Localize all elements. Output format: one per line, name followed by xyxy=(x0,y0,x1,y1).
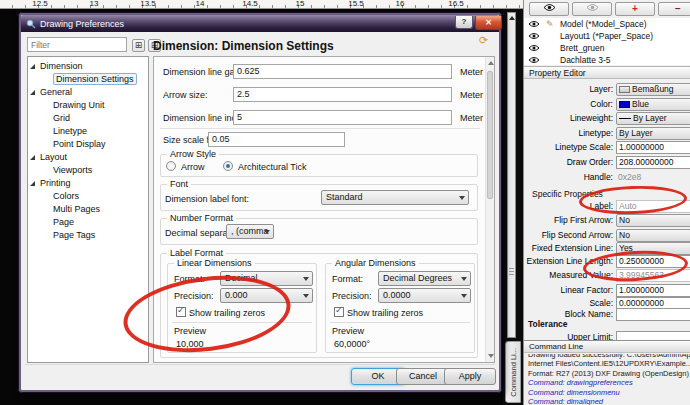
size-scale-factor-input[interactable]: 0.05 xyxy=(208,132,345,147)
eye-icon[interactable] xyxy=(528,20,540,31)
filter-input[interactable] xyxy=(27,37,127,52)
chevron-down-icon xyxy=(461,277,467,281)
tree-expander-icon[interactable] xyxy=(30,64,35,69)
flip-second-arrow-select[interactable]: No xyxy=(616,229,690,242)
tree-item-page-tags[interactable]: Page Tags xyxy=(28,229,148,242)
property-label: Draw Order: xyxy=(524,156,613,169)
group-title: Number Format xyxy=(167,213,236,224)
layer-row[interactable]: Brett_gruen xyxy=(524,43,690,54)
tree-item-point-display[interactable]: Point Display xyxy=(28,138,148,151)
tree-item-printing[interactable]: Printing xyxy=(28,177,148,190)
arrow-radio[interactable] xyxy=(166,161,176,171)
preferences-tree: Dimension Dimension Settings General Dra… xyxy=(27,56,149,363)
decimal-separator-select[interactable]: , (comma xyxy=(226,224,274,239)
chevron-down-icon xyxy=(264,230,270,234)
draw-order-field[interactable]: 208.00000000 xyxy=(616,156,690,169)
dimension-line-gap-input[interactable]: 0.625 xyxy=(233,64,452,79)
dialog-title: Drawing Preferences xyxy=(40,19,124,29)
tree-item-drawing-unit[interactable]: Drawing Unit xyxy=(28,99,148,112)
dimension-line-increment-input[interactable]: 5 xyxy=(233,110,452,125)
linear-trailing-zeros-checkbox[interactable]: ✓ xyxy=(176,307,186,317)
tree-item-viewports[interactable]: Viewports xyxy=(28,164,148,177)
arrow-size-input[interactable]: 2.5 xyxy=(233,87,452,102)
help-button[interactable]: ? xyxy=(455,16,473,29)
extension-line-length-field[interactable]: 0.25000000 xyxy=(616,255,690,268)
scrollbar-thumb[interactable] xyxy=(487,71,493,199)
settings-scrollbar[interactable] xyxy=(485,57,494,362)
tree-expander-icon[interactable] xyxy=(30,90,35,95)
angular-precision-select[interactable]: 0.0000 xyxy=(378,288,471,303)
scroll-up-icon[interactable] xyxy=(509,16,515,20)
tree-item-multi-pages[interactable]: Multi Pages xyxy=(28,203,148,216)
add-layer-button[interactable]: + xyxy=(615,2,655,16)
tree-item-dimension-settings[interactable]: Dimension Settings xyxy=(28,73,148,86)
eye-icon[interactable] xyxy=(528,44,540,55)
ruler-tick-label: 14.5 xyxy=(242,0,258,8)
lineweight-select[interactable]: By Layer xyxy=(616,112,690,125)
property-label: Flip First Arrow: xyxy=(524,214,613,227)
tolerance-title: Tolerance xyxy=(528,319,568,329)
tree-item-linetype[interactable]: Linetype xyxy=(28,125,148,138)
linear-preview-value: 10,000 xyxy=(176,339,204,350)
linetype-select[interactable]: By Layer xyxy=(616,127,690,140)
tree-expander-icon[interactable] xyxy=(30,181,35,186)
tree-item-colors[interactable]: Colors xyxy=(28,190,148,203)
block-name-field[interactable] xyxy=(616,308,690,321)
apply-button[interactable]: Apply xyxy=(444,368,496,385)
field-label: Format: xyxy=(174,274,205,285)
page-title: Dimension: Dimension Settings xyxy=(153,39,334,53)
command-line-history[interactable]: Drawing loaded successfully: C:\Users\Ad… xyxy=(524,354,690,405)
property-row: Linetype: By Layer xyxy=(524,127,690,141)
dialog-titlebar[interactable]: Drawing Preferences ? ✕ xyxy=(21,15,499,32)
property-value: By Layer xyxy=(633,113,667,124)
dimension-label-font-select[interactable]: Standard xyxy=(321,190,469,205)
close-button[interactable]: ✕ xyxy=(475,16,502,30)
tree-item-grid[interactable]: Grid xyxy=(28,112,148,125)
show-layer-button[interactable] xyxy=(529,2,569,16)
tree-item-layout[interactable]: Layout xyxy=(28,151,148,164)
hide-layer-button[interactable] xyxy=(572,2,612,16)
tree-item-general[interactable]: General xyxy=(28,86,148,99)
flip-first-arrow-select[interactable]: No xyxy=(616,214,690,227)
color-select[interactable]: Blue xyxy=(616,98,690,111)
property-value: Blue xyxy=(632,99,649,110)
layer-row[interactable]: Dachlatte 3-5 xyxy=(524,55,690,66)
preview-label: Preview xyxy=(332,326,364,337)
linetype-scale-field[interactable]: 1.00000000 xyxy=(616,141,690,154)
architectural-tick-radio[interactable] xyxy=(223,161,233,171)
angular-format-select[interactable]: Decimal Degrees xyxy=(378,271,471,286)
command-line-header[interactable]: Command Line xyxy=(524,340,690,353)
divider xyxy=(25,364,495,365)
divider xyxy=(330,322,470,323)
splitter-handle-icon[interactable] xyxy=(509,268,514,275)
angular-trailing-zeros-checkbox[interactable]: ✓ xyxy=(334,307,344,317)
command-line-vertical-tab[interactable]: Command Li... xyxy=(505,341,521,403)
unit-label: Meter xyxy=(460,66,483,79)
settings-panel: Dimension line gap: 0.625 Meter Arrow si… xyxy=(153,56,495,363)
layer-select[interactable]: Bemaßung xyxy=(616,83,690,96)
tree-item-page[interactable]: Page xyxy=(28,216,148,229)
remove-layer-button[interactable]: − xyxy=(658,2,690,16)
cancel-button[interactable]: Cancel xyxy=(396,368,450,385)
eye-icon[interactable] xyxy=(528,32,540,43)
ruler-tick-label: 15.5 xyxy=(348,0,364,8)
linear-format-select[interactable]: Decimal xyxy=(220,271,313,286)
tree-expander-icon[interactable] xyxy=(30,155,35,160)
layer-row[interactable]: Layout1 (*Paper_Space) xyxy=(524,31,690,42)
fixed-extension-line-select[interactable]: Yes xyxy=(616,242,690,255)
dock-scrollbar[interactable] xyxy=(507,12,516,338)
scroll-down-icon[interactable] xyxy=(488,354,494,358)
unit-label: Meter xyxy=(460,89,483,102)
tree-item-label: Colors xyxy=(53,191,79,201)
reset-to-defaults-icon[interactable]: ⟳ xyxy=(479,34,488,47)
field-label: Dimension line gap: xyxy=(163,66,242,79)
preview-label: Preview xyxy=(174,326,206,337)
linear-precision-select[interactable]: 0.000 xyxy=(220,288,313,303)
select-value: 0.0000 xyxy=(383,290,411,300)
linear-factor-field[interactable]: 1.00000000 xyxy=(616,284,690,297)
layer-row[interactable]: ✎ Model (*Model_Space) xyxy=(524,19,690,30)
minus-icon: − xyxy=(675,3,681,14)
scroll-up-icon[interactable] xyxy=(488,61,494,65)
tree-item-dimension[interactable]: Dimension xyxy=(28,60,148,73)
expand-all-button[interactable]: ⊞ xyxy=(132,39,145,52)
